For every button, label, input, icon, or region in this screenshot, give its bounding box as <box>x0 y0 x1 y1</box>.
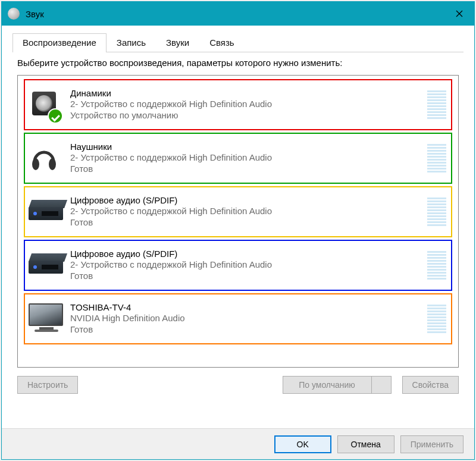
window-title: Звук <box>26 9 44 19</box>
level-meter-icon <box>427 305 446 333</box>
device-desc: NVIDIA High Definition Audio <box>70 312 421 324</box>
level-meter-icon <box>427 197 446 226</box>
device-name: Динамики <box>70 88 421 98</box>
device-desc: 2- Устройство с поддержкой High Definiti… <box>70 152 421 164</box>
device-status: Устройство по умолчанию <box>70 109 421 121</box>
cancel-button[interactable]: Отмена <box>337 435 394 453</box>
headphones-icon <box>29 143 60 174</box>
set-default-split-button[interactable]: По умолчанию <box>283 376 392 394</box>
device-row[interactable]: Динамики 2- Устройство с поддержкой High… <box>24 79 452 130</box>
svg-point-1 <box>49 158 56 170</box>
set-default-button[interactable]: По умолчанию <box>283 376 372 394</box>
close-icon <box>456 10 463 17</box>
device-name: TOSHIBA-TV-4 <box>70 302 421 312</box>
properties-button[interactable]: Свойства <box>402 376 459 394</box>
dialog-body: Воспроизведение Запись Звуки Связь Выбер… <box>2 26 474 459</box>
device-row[interactable]: TOSHIBA-TV-4 NVIDIA High Definition Audi… <box>24 293 452 344</box>
tab-playback[interactable]: Воспроизведение <box>12 33 107 52</box>
level-meter-icon <box>427 144 446 173</box>
tab-communications[interactable]: Связь <box>199 33 244 52</box>
device-status: Готов <box>70 163 421 175</box>
spdif-icon <box>29 196 60 227</box>
device-desc: 2- Устройство с поддержкой High Definiti… <box>70 98 421 110</box>
apply-button[interactable]: Применить <box>400 435 464 453</box>
level-meter-icon <box>427 90 446 119</box>
default-check-icon <box>49 109 62 123</box>
device-row[interactable]: Наушники 2- Устройство с поддержкой High… <box>24 133 452 184</box>
tv-icon <box>29 303 60 334</box>
level-meter-icon <box>427 251 446 280</box>
device-desc: 2- Устройство с поддержкой High Definiti… <box>70 259 421 271</box>
dialog-footer: OK Отмена Применить <box>2 428 474 459</box>
tab-recording[interactable]: Запись <box>107 33 156 52</box>
sound-dialog: Звук Воспроизведение Запись Звуки Связь … <box>1 1 475 460</box>
device-row[interactable]: Цифровое аудио (S/PDIF) 2- Устройство с … <box>24 186 452 237</box>
device-name: Цифровое аудио (S/PDIF) <box>70 195 421 205</box>
close-button[interactable] <box>444 2 474 26</box>
speaker-icon <box>29 89 60 120</box>
device-name: Наушники <box>70 142 421 152</box>
svg-point-0 <box>32 158 39 170</box>
tab-sounds[interactable]: Звуки <box>156 33 199 52</box>
device-desc: 2- Устройство с поддержкой High Definiti… <box>70 205 421 217</box>
ok-button[interactable]: OK <box>274 435 331 453</box>
tab-bar: Воспроизведение Запись Звуки Связь <box>12 33 464 52</box>
device-status: Готов <box>70 324 421 335</box>
set-default-dropdown[interactable] <box>372 376 392 394</box>
configure-button[interactable]: Настроить <box>17 376 78 394</box>
device-name: Цифровое аудио (S/PDIF) <box>70 249 421 259</box>
instruction-text: Выберите устройство воспроизведения, пар… <box>17 57 459 69</box>
spdif-icon <box>29 250 60 281</box>
device-status: Готов <box>70 217 421 228</box>
device-row[interactable]: Цифровое аудио (S/PDIF) 2- Устройство с … <box>24 240 452 291</box>
lower-button-row: Настроить По умолчанию Свойства <box>12 368 464 394</box>
device-list[interactable]: Динамики 2- Устройство с поддержкой High… <box>17 75 459 368</box>
titlebar: Звук <box>2 2 474 26</box>
sound-app-icon <box>8 8 20 20</box>
device-status: Готов <box>70 270 421 282</box>
